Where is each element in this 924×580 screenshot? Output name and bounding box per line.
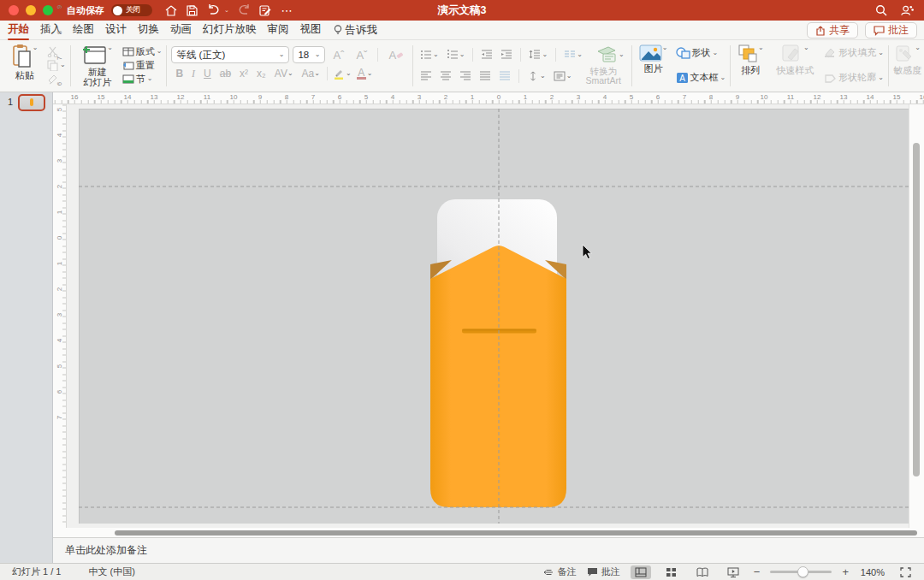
decrease-indent-button[interactable] xyxy=(478,50,495,60)
arrange-button[interactable]: ⌄ 排列 xyxy=(735,44,766,86)
character-spacing-button[interactable]: AV⌄ xyxy=(270,68,298,80)
tab-view[interactable]: 视图 xyxy=(300,20,322,40)
grow-font-button[interactable]: Aˆ xyxy=(329,49,348,62)
font-size-select[interactable]: 18⌄ xyxy=(293,46,325,63)
bold-button[interactable]: B xyxy=(171,68,187,80)
new-slide-dropdown-icon[interactable]: ⌄ xyxy=(107,44,113,52)
close-window-button[interactable] xyxy=(9,5,19,15)
numbering-button[interactable]: ⌄ xyxy=(444,50,468,60)
search-icon[interactable] xyxy=(874,4,887,17)
smartart-icon xyxy=(595,46,618,63)
zoom-out-button[interactable]: − xyxy=(754,565,761,578)
vertical-scrollbar-thumb[interactable] xyxy=(913,143,920,476)
autosave-toggle[interactable]: 关闭 xyxy=(111,4,152,16)
more-options-icon[interactable]: ⋯ xyxy=(281,4,293,17)
presenter-coach-icon[interactable] xyxy=(901,4,914,17)
comments-toggle-button[interactable]: 批注 xyxy=(587,565,620,578)
layout-button[interactable]: 版式⌄ xyxy=(122,45,163,57)
h-ruler-label: 12 xyxy=(177,93,185,101)
textbox-button[interactable]: A 文本框⌄ xyxy=(676,71,726,84)
tab-slideshow[interactable]: 幻灯片放映 xyxy=(203,20,257,40)
picture-dropdown-icon[interactable]: ⌄ xyxy=(662,44,668,52)
section-button[interactable]: 节⌄ xyxy=(122,73,163,85)
quick-styles-button[interactable]: ⌄ 快速样式 xyxy=(773,44,817,86)
shrink-font-button[interactable]: Aˇ xyxy=(352,49,371,62)
align-right-button[interactable] xyxy=(457,71,474,81)
strikethrough-button[interactable]: ab xyxy=(216,68,235,80)
quick-styles-dropdown-icon[interactable]: ⌄ xyxy=(803,44,809,52)
new-slide-button[interactable]: ⌄ 新建幻灯片 xyxy=(75,44,120,87)
tab-design[interactable]: 设计 xyxy=(105,20,127,40)
shapes-button[interactable]: 形状⌄ xyxy=(676,46,726,59)
underline-button[interactable]: U xyxy=(199,68,216,80)
font-name-select[interactable]: 等线 (正文)⌄ xyxy=(171,46,289,63)
minimize-window-button[interactable] xyxy=(26,5,36,15)
home-icon[interactable] xyxy=(164,4,177,17)
italic-button[interactable]: I xyxy=(187,68,199,80)
notes-toggle-button[interactable]: 备注 xyxy=(543,565,577,578)
reading-view-button[interactable] xyxy=(692,565,713,579)
tab-draw[interactable]: 绘图 xyxy=(73,20,94,40)
undo-icon[interactable] xyxy=(207,4,220,17)
slide-thumbnail[interactable] xyxy=(18,94,45,111)
zoom-slider[interactable] xyxy=(770,571,832,573)
zoom-slider-knob[interactable] xyxy=(797,566,808,577)
paste-dropdown-icon[interactable]: ⌄ xyxy=(33,44,38,52)
v-ruler-label: 3 xyxy=(56,313,63,317)
v-ruler-label: 6 xyxy=(56,82,63,86)
share-button[interactable]: 共享 xyxy=(807,22,858,38)
comments-button[interactable]: 批注 xyxy=(865,22,917,38)
slide-sorter-view-button[interactable] xyxy=(661,565,682,579)
normal-view-button[interactable] xyxy=(631,565,651,579)
convert-smartart-button[interactable]: ⌄ xyxy=(593,46,627,63)
shape-outline-button[interactable]: 形状轮廓⌄ xyxy=(824,71,884,84)
paste-button[interactable]: ⌄ 粘贴 xyxy=(5,44,44,86)
shape-fill-button[interactable]: 形状填充⌄ xyxy=(824,46,884,59)
horizontal-scrollbar-thumb[interactable] xyxy=(115,530,917,536)
increase-indent-button[interactable] xyxy=(498,50,515,60)
line-spacing-button[interactable]: ⌄ xyxy=(526,50,550,60)
save-icon[interactable] xyxy=(186,4,198,17)
redo-icon[interactable] xyxy=(238,4,251,17)
align-center-button[interactable] xyxy=(437,71,454,81)
arrange-dropdown-icon[interactable]: ⌄ xyxy=(758,44,764,52)
sensitivity-icon xyxy=(894,44,915,64)
change-case-button[interactable]: Aa⌄ xyxy=(298,68,324,80)
slide-number: 1 xyxy=(8,97,13,107)
notes-pane[interactable]: 单击此处添加备注 xyxy=(53,537,924,563)
text-direction-button[interactable]: ⌄ xyxy=(524,71,548,81)
highlight-color-button[interactable]: ⌄ xyxy=(330,68,354,80)
sensitivity-dropdown-icon[interactable]: ⌄ xyxy=(915,44,921,52)
distribute-button[interactable] xyxy=(496,71,513,81)
bullets-button[interactable]: ⌄ xyxy=(418,50,441,60)
tab-transitions[interactable]: 切换 xyxy=(138,20,159,40)
eraser-icon xyxy=(396,51,404,59)
columns-button[interactable]: ⌄ xyxy=(561,50,585,60)
reset-button[interactable]: 重置 xyxy=(122,59,163,71)
copy-button[interactable]: ⌄ xyxy=(47,59,66,71)
quick-print-icon[interactable] xyxy=(259,4,272,17)
tab-home[interactable]: 开始 xyxy=(8,20,29,40)
tab-animations[interactable]: 动画 xyxy=(170,20,192,40)
zoom-level[interactable]: 140% xyxy=(859,567,885,577)
justify-button[interactable] xyxy=(477,71,494,81)
clear-formatting-button[interactable]: A xyxy=(384,49,408,62)
sensitivity-button[interactable]: ⌄ 敏感度 xyxy=(893,44,921,75)
fit-slide-button[interactable] xyxy=(895,565,915,579)
superscript-button[interactable]: x² xyxy=(235,68,252,80)
zoom-in-button[interactable]: + xyxy=(842,565,849,578)
h-ruler-label: 9 xyxy=(258,93,262,101)
picture-button[interactable]: ⌄ 图片 xyxy=(637,44,671,86)
align-text-button[interactable]: ⌄ xyxy=(551,71,575,81)
thumbnail-shape xyxy=(30,98,33,106)
tell-me[interactable]: 告诉我 xyxy=(334,23,378,38)
subscript-button[interactable]: x₂ xyxy=(252,68,270,80)
undo-dropdown-icon[interactable]: ⌄ xyxy=(224,7,229,14)
language-indicator[interactable]: 中文 (中国) xyxy=(88,565,134,578)
slideshow-view-button[interactable] xyxy=(723,565,743,579)
font-color-button[interactable]: A ⌄ xyxy=(354,68,376,80)
mouse-cursor xyxy=(583,245,591,259)
fullscreen-window-button[interactable] xyxy=(43,5,53,15)
tab-review[interactable]: 审阅 xyxy=(268,20,289,40)
align-left-button[interactable] xyxy=(418,71,435,81)
